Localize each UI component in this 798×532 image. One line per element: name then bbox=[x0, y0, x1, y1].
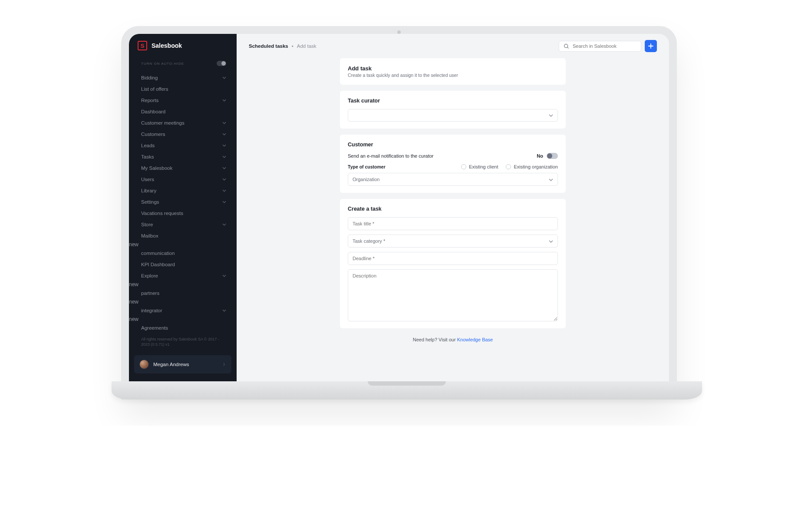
chevron-down-icon bbox=[222, 188, 226, 193]
user-card[interactable]: Megan Andrews bbox=[134, 355, 231, 373]
sidebar-item-communication[interactable]: communication bbox=[129, 248, 237, 259]
radio-icon bbox=[461, 164, 466, 169]
help-footer: Need help? Visit our Knowledge Base bbox=[413, 337, 493, 342]
task-category-select[interactable]: Task category * bbox=[348, 235, 558, 248]
brand-logo[interactable]: S Salesbook bbox=[129, 34, 237, 57]
sidebar-item-label: Agreements bbox=[141, 325, 168, 330]
autohide-row: TURN ON AUTO-HIDE bbox=[129, 57, 237, 72]
sidebar-item-store[interactable]: Store bbox=[129, 219, 237, 230]
task-title-input[interactable] bbox=[348, 217, 558, 230]
sidebar-item-label: KPI Dashboard bbox=[141, 262, 175, 267]
chevron-down-icon bbox=[222, 76, 226, 80]
breadcrumb-parent[interactable]: Scheduled tasks bbox=[249, 43, 288, 49]
sidebar-item-label: Bidding bbox=[141, 75, 158, 80]
content: Add task Create a task quickly and assig… bbox=[237, 58, 669, 381]
sidebar-item-label: communication bbox=[141, 251, 175, 256]
autohide-label: TURN ON AUTO-HIDE bbox=[141, 62, 184, 66]
sidebar-item-tasks[interactable]: Tasks bbox=[129, 151, 237, 162]
chevron-down-icon bbox=[549, 239, 553, 244]
radio-existing-organization[interactable]: Existing organization bbox=[506, 164, 558, 169]
new-badge: new bbox=[129, 316, 138, 322]
sidebar-item-library[interactable]: Library bbox=[129, 185, 237, 196]
customer-type-radio-group: Existing client Existing organization bbox=[461, 164, 558, 169]
sidebar-item-mailbox[interactable]: Mailbox bbox=[129, 230, 237, 241]
card-customer: Customer Send an e-mail notification to … bbox=[340, 135, 566, 193]
notify-value: No bbox=[537, 153, 543, 159]
sidebar-item-settings[interactable]: Settings bbox=[129, 196, 237, 208]
radio-existing-client[interactable]: Existing client bbox=[461, 164, 498, 169]
sidebar-item-partners[interactable]: partners bbox=[129, 287, 237, 299]
sidebar-item-label: Store bbox=[141, 222, 153, 227]
card-create-task: Create a task Task category * bbox=[340, 199, 566, 328]
curator-select[interactable] bbox=[348, 109, 558, 122]
sidebar-item-vacations-requests[interactable]: Vacations requests bbox=[129, 208, 237, 219]
top-actions bbox=[559, 40, 657, 52]
notify-label: Send an e-mail notification to the curat… bbox=[348, 153, 434, 159]
sidebar-item-dashboard[interactable]: Dashboard bbox=[129, 106, 237, 117]
sidebar-item-integrator[interactable]: integrator bbox=[129, 305, 237, 316]
chevron-down-icon bbox=[222, 200, 226, 204]
sidebar-copyright: All rights reserved by Salesbook SA © 20… bbox=[129, 332, 237, 352]
plus-icon bbox=[648, 43, 653, 49]
notify-toggle[interactable] bbox=[547, 153, 558, 159]
sidebar-item-users[interactable]: Users bbox=[129, 174, 237, 185]
screen: S Salesbook TURN ON AUTO-HIDE BiddingLis… bbox=[129, 34, 669, 381]
sidebar-item-label: Customer meetings bbox=[141, 120, 185, 126]
customer-type-select[interactable]: Organization bbox=[348, 173, 558, 186]
page-title: Add task bbox=[348, 65, 558, 72]
chevron-down-icon bbox=[549, 113, 553, 118]
chevron-down-icon bbox=[222, 222, 226, 227]
search-input[interactable] bbox=[573, 43, 636, 49]
sidebar-item-reports[interactable]: Reports bbox=[129, 95, 237, 106]
sidebar-item-agreements[interactable]: Agreements bbox=[129, 322, 237, 332]
svg-point-0 bbox=[564, 44, 568, 47]
webcam-notch bbox=[397, 30, 401, 34]
sidebar-item-explore[interactable]: Explore bbox=[129, 270, 237, 281]
sidebar-item-label: Library bbox=[141, 188, 156, 193]
sidebar-item-kpi-dashboard[interactable]: KPI Dashboard bbox=[129, 259, 237, 270]
sidebar-item-label: Tasks bbox=[141, 154, 154, 159]
chevron-down-icon bbox=[222, 132, 226, 136]
breadcrumb: Scheduled tasks • Add task bbox=[249, 43, 317, 49]
sidebar-item-customers[interactable]: Customers bbox=[129, 129, 237, 140]
chevron-down-icon bbox=[549, 177, 553, 182]
sidebar-item-customer-meetings[interactable]: Customer meetings bbox=[129, 117, 237, 129]
knowledge-base-link[interactable]: Knowledge Base bbox=[457, 337, 493, 342]
description-textarea[interactable] bbox=[348, 269, 558, 321]
sidebar-item-label: Settings bbox=[141, 199, 159, 205]
sidebar-item-leads[interactable]: Leads bbox=[129, 140, 237, 151]
card-add-task-header: Add task Create a task quickly and assig… bbox=[340, 58, 566, 85]
deadline-input[interactable] bbox=[348, 252, 558, 265]
page-subtitle: Create a task quickly and assign it to t… bbox=[348, 73, 558, 78]
sidebar-nav: BiddingList of offersReportsDashboardCus… bbox=[129, 72, 237, 332]
curator-title: Task curator bbox=[348, 98, 558, 104]
chevron-down-icon bbox=[222, 274, 226, 278]
sidebar-item-label: integrator bbox=[141, 308, 162, 313]
sidebar-item-label: Users bbox=[141, 177, 154, 182]
chevron-down-icon bbox=[222, 98, 226, 102]
chevron-down-icon bbox=[222, 143, 226, 148]
user-name: Megan Andrews bbox=[153, 362, 189, 367]
search-icon bbox=[564, 43, 569, 49]
create-task-title: Create a task bbox=[348, 206, 558, 212]
sidebar-item-my-salesbook[interactable]: My Salesbook bbox=[129, 162, 237, 174]
chevron-down-icon bbox=[222, 177, 226, 182]
sidebar-item-label: Customers bbox=[141, 132, 165, 137]
autohide-toggle[interactable] bbox=[217, 61, 226, 66]
sidebar-item-label: List of offers bbox=[141, 86, 168, 92]
topbar: Scheduled tasks • Add task bbox=[237, 34, 669, 58]
chevron-down-icon bbox=[222, 121, 226, 125]
sidebar-item-label: Dashboard bbox=[141, 109, 165, 114]
sidebar-item-list-of-offers[interactable]: List of offers bbox=[129, 83, 237, 95]
chevron-down-icon bbox=[222, 155, 226, 159]
sidebar-item-bidding[interactable]: Bidding bbox=[129, 72, 237, 83]
radio-label: Existing organization bbox=[514, 164, 558, 169]
sidebar-item-label: Explore bbox=[141, 273, 158, 278]
laptop-frame: S Salesbook TURN ON AUTO-HIDE BiddingLis… bbox=[121, 26, 677, 400]
laptop-base bbox=[112, 381, 702, 400]
sidebar-item-label: My Salesbook bbox=[141, 165, 172, 171]
main: Scheduled tasks • Add task bbox=[237, 34, 669, 381]
add-button[interactable] bbox=[645, 40, 657, 52]
search-box[interactable] bbox=[559, 41, 641, 52]
chevron-down-icon bbox=[222, 166, 226, 170]
